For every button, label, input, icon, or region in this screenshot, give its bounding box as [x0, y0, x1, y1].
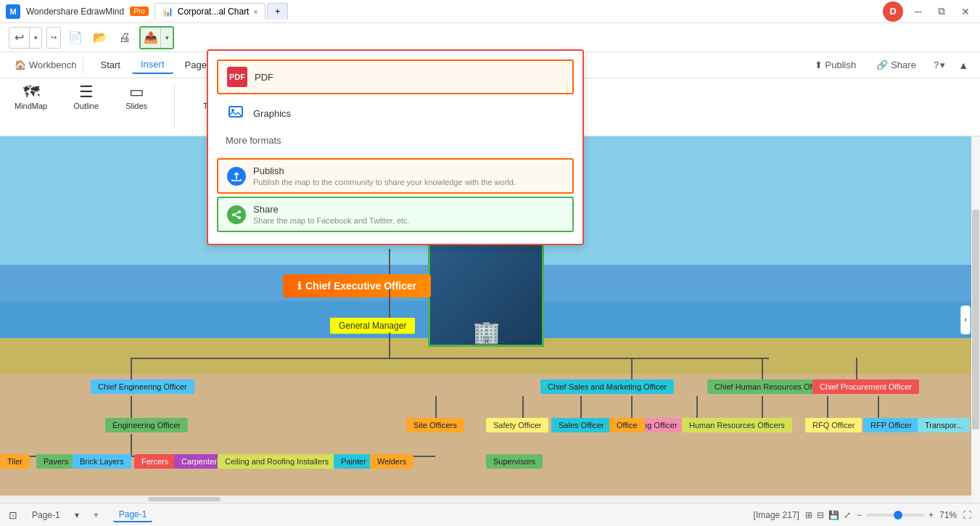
chief-sales-node[interactable]: Chief Sales and Marketing Officer	[540, 379, 674, 394]
rfp-officer-node[interactable]: RFP Officer	[863, 418, 919, 432]
menu-start[interactable]: Start	[92, 57, 129, 73]
grid-icon[interactable]: ⊞	[805, 510, 812, 520]
transport-node[interactable]: Transpor...	[918, 418, 970, 432]
tiler-node[interactable]: Tiler	[0, 454, 30, 469]
user-avatar[interactable]: D	[883, 1, 903, 22]
export-arrow-btn[interactable]: ▾	[161, 28, 173, 48]
pdf-export-item[interactable]: PDF PDF	[217, 59, 574, 94]
zoom-in-icon[interactable]: +	[928, 510, 934, 520]
site-officers-node[interactable]: Site Officers	[406, 418, 464, 432]
office-node[interactable]: Office	[609, 418, 645, 432]
l3-v2	[631, 358, 633, 379]
publish-item-desc: Publish the map to the community to shar…	[253, 178, 564, 186]
hr-officers-node[interactable]: Human Resources Officers	[682, 418, 792, 432]
pdf-title: PDF	[255, 72, 564, 83]
active-tab[interactable]: 📊 Corporat...al Chart ×	[155, 3, 266, 20]
right-panel-toggle[interactable]: ›	[960, 305, 971, 334]
save-icon[interactable]: 💾	[828, 510, 839, 520]
publish-text: Publish Publish the map to the community…	[253, 165, 564, 186]
help-label: ?	[934, 59, 939, 70]
rfp-officer-label: RFP Officer	[870, 421, 912, 430]
new-file-btn[interactable]: 📄	[65, 28, 86, 48]
close-btn[interactable]: ✕	[957, 6, 974, 17]
help-btn[interactable]: ? ▾	[929, 57, 950, 73]
undo-btn[interactable]: ↩	[9, 28, 30, 48]
l5-v1	[131, 434, 132, 456]
zoom-slider[interactable]	[866, 514, 924, 517]
page-tab-dropdown[interactable]: ▾	[69, 509, 85, 522]
ceiling-roofing-node[interactable]: Ceiling and Roofing Installers	[218, 454, 336, 469]
gm-level3-h	[131, 358, 769, 359]
painter-node[interactable]: Painter	[334, 454, 374, 469]
minimize-btn[interactable]: ─	[910, 6, 926, 17]
ribbon-mindmap-btn[interactable]: 🗺 MindMap	[9, 81, 53, 113]
share-item[interactable]: Share Share the map to Facebook and Twit…	[217, 197, 574, 232]
fullscreen-icon[interactable]: ⛶	[963, 510, 971, 520]
h-scroll-thumb[interactable]	[148, 497, 221, 501]
safety-officer-node[interactable]: Safety Officer	[486, 418, 548, 432]
zoom-level: 71%	[939, 510, 957, 520]
welders-node[interactable]: Welders	[370, 454, 413, 469]
share-btn[interactable]: 🔗 Share	[869, 57, 923, 73]
chief-procurement-node[interactable]: Chief Procurement Officer	[812, 379, 919, 394]
redo-btn[interactable]: ↪	[47, 28, 60, 48]
status-bar: ⊡ Page-1 ▾ + Page-1 [Image 217] ⊞ ⊟ 💾 ⤢ …	[0, 503, 980, 526]
graphics-text: Graphics	[253, 108, 565, 119]
publish-item[interactable]: Publish Publish the map to the community…	[217, 158, 574, 194]
brick-layers-node[interactable]: Brick Layers	[73, 454, 131, 469]
ribbon-outline-btn[interactable]: ☰ Outline	[67, 81, 104, 113]
more-formats-item[interactable]: More formats	[217, 132, 574, 149]
title-bar-left: M Wondershare EdrawMind Pro 📊 Corporat..…	[6, 3, 288, 20]
pro-badge: Pro	[130, 7, 149, 16]
rfq-officer-label: RFQ Officer	[812, 421, 855, 430]
maximize-btn[interactable]: ⧉	[934, 5, 950, 17]
status-icons: ⊞ ⊟ 💾 ⤢	[805, 510, 851, 520]
safety-officer-label: Safety Officer	[493, 421, 541, 430]
ceiling-roofing-label: Ceiling and Roofing Installers	[225, 457, 329, 466]
page-tabs: Page-1 ▾ +	[26, 509, 104, 522]
engineering-officer-label: Engineering Officer	[112, 421, 181, 430]
status-icon[interactable]: ⊡	[9, 509, 17, 521]
engineering-officer-node[interactable]: Engineering Officer	[105, 418, 188, 432]
transport-label: Transpor...	[925, 421, 963, 430]
chief-engineering-node[interactable]: Chief Engineering Officer	[91, 379, 194, 394]
supervisors-node[interactable]: Supervisors	[486, 454, 543, 469]
ceo-label: Chief Executive Officer	[305, 280, 416, 292]
panel-icon[interactable]: ⊟	[817, 510, 824, 520]
supervisors-label: Supervisors	[493, 457, 535, 466]
ribbon-collapse-btn[interactable]: ▲	[955, 57, 971, 74]
export-btn[interactable]: 📤	[141, 28, 161, 48]
publish-btn[interactable]: ⬆ Publish	[807, 57, 864, 73]
redo-group: ↪	[46, 27, 61, 49]
svg-line-6	[235, 215, 238, 217]
gm-node[interactable]: General Manager	[330, 318, 415, 334]
open-file-btn[interactable]: 📂	[90, 28, 110, 48]
page-tab-label[interactable]: Page-1	[26, 509, 66, 522]
vertical-scrollbar[interactable]	[971, 136, 980, 503]
ceo-node[interactable]: ℹ Chief Executive Officer	[283, 274, 431, 297]
horizontal-scrollbar[interactable]	[0, 496, 971, 503]
tab-close-btn[interactable]: ×	[253, 8, 258, 16]
fencers-node[interactable]: Fercers	[134, 454, 176, 469]
welders-label: Welders	[377, 457, 406, 466]
share-icon: 🔗	[876, 59, 888, 70]
pavers-node[interactable]: Pavers	[36, 454, 75, 469]
menu-insert[interactable]: Insert	[132, 56, 173, 74]
undo-arrow[interactable]: ▾	[30, 28, 41, 48]
rfq-officer-node[interactable]: RFQ Officer	[805, 418, 862, 432]
chief-hr-label: Chief Human Resources Officer	[715, 382, 827, 391]
gm-level3-v	[389, 332, 390, 358]
workbench-btn[interactable]: 🏠 Workbench	[9, 57, 83, 73]
expand-icon[interactable]: ⤢	[844, 510, 851, 520]
add-tab-btn[interactable]: +	[267, 3, 288, 20]
zoom-out-icon[interactable]: −	[857, 510, 862, 520]
graphics-export-item[interactable]: Graphics	[217, 97, 574, 129]
add-page-btn[interactable]: +	[88, 509, 104, 522]
scroll-thumb[interactable]	[972, 210, 979, 430]
print-btn[interactable]: 🖨	[115, 28, 135, 48]
ribbon-slides-btn[interactable]: ▭ Slides	[119, 81, 154, 113]
export-group: 📤 ▾	[139, 26, 174, 49]
sales-officer-node[interactable]: Sales Officer	[551, 418, 612, 432]
tab-icon: 📊	[162, 7, 173, 17]
current-page-tab[interactable]: Page-1	[113, 508, 153, 522]
